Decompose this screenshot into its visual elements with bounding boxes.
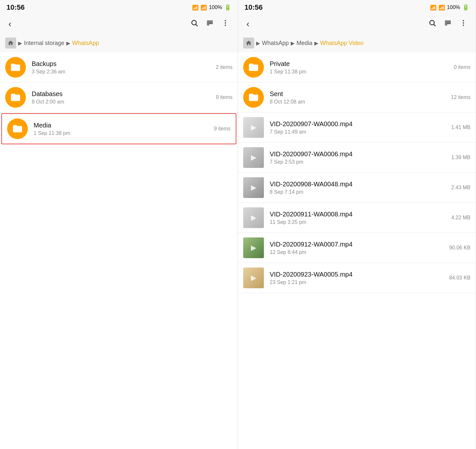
right-search-button[interactable]: [425, 16, 439, 31]
folder-databases-info: Databases 8 Oct 2:00 am: [32, 90, 207, 105]
left-list-button[interactable]: [203, 16, 217, 31]
video-date-2: 8 Sep 7:14 pm: [270, 189, 445, 195]
left-file-list: Backups 3 Sep 2:36 am 2 items Databases …: [0, 52, 238, 449]
svg-line-10: [434, 25, 436, 27]
right-breadcrumb-whatsapp[interactable]: WhatsApp: [262, 40, 289, 47]
right-back-button[interactable]: ‹: [243, 16, 253, 32]
video-info-4: VID-20200912-WA0007.mp4 12 Sep 8:44 pm: [270, 241, 445, 255]
video-thumb-0: ▶: [243, 117, 264, 138]
folder-databases-date: 8 Oct 2:00 am: [32, 99, 207, 105]
right-signal-icon2: 📶: [438, 5, 445, 11]
left-home-button[interactable]: [5, 38, 16, 49]
left-toolbar: ‹: [0, 14, 238, 34]
video-item-2[interactable]: ▶ VID-20200908-WA0048.mp4 8 Sep 7:14 pm …: [238, 173, 476, 203]
left-signal-icon2: 📶: [200, 5, 207, 11]
video-name-2: VID-20200908-WA0048.mp4: [270, 181, 445, 188]
play-icon-2: ▶: [251, 183, 256, 192]
folder-sent-icon: [243, 87, 264, 108]
video-name-0: VID-20200907-WA0000.mp4: [270, 120, 445, 128]
right-toolbar: ‹: [238, 14, 476, 34]
svg-point-8: [225, 25, 226, 26]
video-thumb-3: ▶: [243, 207, 264, 228]
play-icon-0: ▶: [251, 123, 256, 132]
left-breadcrumb-arrow1: ▶: [18, 40, 22, 46]
left-search-button[interactable]: [187, 16, 201, 31]
folder-backups-size: 2 items: [207, 64, 233, 70]
right-home-button[interactable]: [243, 38, 254, 49]
video-name-4: VID-20200912-WA0007.mp4: [270, 241, 445, 248]
right-battery-icon: 🔋: [462, 4, 469, 11]
folder-backups-info: Backups 3 Sep 2:36 am: [32, 60, 207, 75]
video-size-3: 4.22 MB: [445, 215, 471, 221]
folder-databases-size: 9 items: [207, 94, 233, 100]
folder-media-name: Media: [34, 122, 205, 129]
right-status-icons: 📶 📶 100% 🔋: [430, 4, 469, 11]
left-breadcrumb-arrow2: ▶: [66, 40, 70, 46]
folder-private[interactable]: Private 1 Sep 11:38 pm 0 items: [238, 52, 476, 82]
svg-point-16: [463, 22, 464, 24]
video-thumb-4: ▶: [243, 237, 264, 258]
svg-point-6: [225, 20, 226, 21]
right-signal-icon: 📶: [430, 5, 437, 11]
video-item-4[interactable]: ▶ VID-20200912-WA0007.mp4 12 Sep 8:44 pm…: [238, 233, 476, 263]
video-size-1: 1.39 MB: [445, 155, 471, 160]
left-breadcrumb: ▶ Internal storage ▶ WhatsApp: [0, 34, 238, 52]
video-thumb-2: ▶: [243, 177, 264, 198]
right-breadcrumb-arrow3: ▶: [314, 40, 318, 46]
left-status-bar: 10:56 📶 📶 100% 🔋: [0, 0, 238, 14]
folder-media-size: 9 items: [205, 126, 231, 132]
video-item-3[interactable]: ▶ VID-20200911-WA0008.mp4 11 Sep 3:25 pm…: [238, 203, 476, 233]
folder-backups[interactable]: Backups 3 Sep 2:36 am 2 items: [0, 52, 238, 82]
left-more-button[interactable]: [218, 16, 233, 31]
video-size-4: 90.06 KB: [445, 245, 471, 251]
folder-sent-date: 8 Oct 12:08 am: [270, 99, 445, 105]
video-item-1[interactable]: ▶ VID-20200907-WA0006.mp4 7 Sep 2:53 pm …: [238, 143, 476, 173]
folder-media[interactable]: Media 1 Sep 11:38 pm 9 items: [1, 113, 236, 144]
right-breadcrumb-video[interactable]: WhatsApp Video: [320, 40, 363, 47]
left-battery-label: 100%: [209, 5, 222, 10]
svg-line-1: [196, 25, 198, 27]
folder-sent[interactable]: Sent 8 Oct 12:08 am 12 items: [238, 82, 476, 113]
video-item-5[interactable]: ▶ VID-20200923-WA0005.mp4 23 Sep 1:21 pm…: [238, 263, 476, 293]
folder-sent-size: 12 items: [445, 94, 471, 100]
left-back-button[interactable]: ‹: [5, 16, 15, 32]
folder-backups-name: Backups: [32, 60, 207, 68]
video-date-0: 7 Sep 11:49 am: [270, 129, 445, 135]
video-item-0[interactable]: ▶ VID-20200907-WA0000.mp4 7 Sep 11:49 am…: [238, 113, 476, 143]
video-name-3: VID-20200911-WA0008.mp4: [270, 211, 445, 218]
folder-private-name: Private: [270, 60, 445, 68]
right-breadcrumb-arrow2: ▶: [291, 40, 295, 46]
folder-private-icon: [243, 57, 264, 78]
video-info-5: VID-20200923-WA0005.mp4 23 Sep 1:21 pm: [270, 271, 445, 285]
left-breadcrumb-storage[interactable]: Internal storage: [24, 40, 64, 47]
left-breadcrumb-whatsapp[interactable]: WhatsApp: [72, 40, 99, 47]
video-size-5: 84.03 KB: [445, 275, 471, 281]
video-name-1: VID-20200907-WA0006.mp4: [270, 150, 445, 158]
right-status-bar: 10:56 📶 📶 100% 🔋: [238, 0, 476, 14]
play-icon-1: ▶: [251, 153, 256, 162]
play-icon-4: ▶: [251, 244, 256, 252]
svg-point-0: [192, 20, 196, 25]
play-icon-3: ▶: [251, 214, 256, 222]
video-info-1: VID-20200907-WA0006.mp4 7 Sep 2:53 pm: [270, 150, 445, 165]
right-breadcrumb-arrow1: ▶: [256, 40, 260, 46]
left-signal-icon: 📶: [192, 5, 199, 11]
folder-databases-name: Databases: [32, 90, 207, 98]
folder-media-icon: [7, 118, 28, 139]
folder-backups-date: 3 Sep 2:36 am: [32, 69, 207, 75]
play-icon-5: ▶: [251, 274, 256, 282]
folder-databases[interactable]: Databases 8 Oct 2:00 am 9 items: [0, 82, 238, 113]
svg-point-7: [225, 22, 226, 24]
folder-media-info: Media 1 Sep 11:38 pm: [34, 122, 205, 136]
folder-backups-icon: [5, 57, 26, 78]
folder-private-date: 1 Sep 11:38 pm: [270, 69, 445, 75]
right-breadcrumb-media[interactable]: Media: [297, 40, 312, 47]
video-thumb-5: ▶: [243, 268, 264, 288]
right-file-list: Private 1 Sep 11:38 pm 0 items Sent 8 Oc…: [238, 52, 476, 449]
svg-point-15: [463, 20, 464, 21]
video-thumb-1: ▶: [243, 147, 264, 168]
right-more-button[interactable]: [456, 16, 471, 31]
svg-point-9: [430, 20, 434, 25]
left-battery-icon: 🔋: [224, 4, 231, 11]
right-list-button[interactable]: [441, 16, 455, 31]
